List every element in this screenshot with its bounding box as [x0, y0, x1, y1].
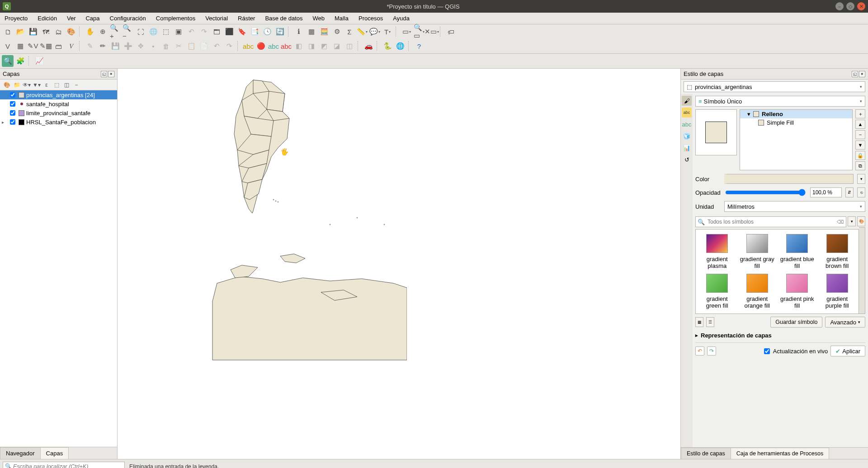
symbology-tab-icon[interactable]: 🖌 [682, 96, 692, 106]
tab-navegador[interactable]: Navegador [0, 447, 41, 459]
clear-search-icon[interactable]: ⌫ [837, 219, 844, 225]
layer-filter-icon[interactable]: ▼▾ [33, 81, 41, 89]
label-highlight-icon[interactable]: abc [268, 40, 279, 52]
tab-capas[interactable]: Capas [40, 447, 69, 459]
layer-add-group-icon[interactable]: 📁 [13, 81, 21, 89]
maximize-button[interactable]: ◇ [846, 2, 854, 10]
select-features-icon[interactable]: ▭ [401, 26, 412, 37]
stats-icon[interactable]: Σ [344, 26, 355, 37]
color-picker[interactable] [724, 174, 854, 184]
layers-panel-dock-button[interactable]: ◱ [101, 71, 107, 77]
style-layer-combo[interactable]: ⬚ provincias_argentinas [684, 81, 865, 92]
fill-tree-simple[interactable]: Simple Fill [740, 118, 852, 127]
zoom-full-icon[interactable]: 🌐 [147, 26, 159, 37]
undo-icon[interactable]: ↶ [211, 40, 222, 52]
pan-to-selection-icon[interactable]: ⊕ [97, 26, 108, 37]
layer-expand-icon[interactable]: ⬚ [52, 81, 61, 89]
history-tab-icon[interactable]: ↺ [682, 154, 692, 164]
annotation-text-icon[interactable]: T [382, 26, 393, 37]
move-feature-icon[interactable]: ✥ [135, 40, 146, 52]
lock-symbol-button[interactable]: 🔒 [855, 151, 865, 160]
diagram-icon[interactable]: 🔴 [255, 40, 267, 52]
python-console-icon[interactable]: 🐍 [382, 40, 393, 52]
move-down-button[interactable]: ▼ [855, 140, 865, 150]
move-up-button[interactable]: ▲ [855, 120, 865, 129]
select-by-value-icon[interactable]: 🔍▭ [413, 26, 425, 37]
edit-pencil-icon[interactable]: ✎ [84, 40, 96, 52]
label-tool-5-icon[interactable]: ◫ [344, 40, 355, 52]
menu-web[interactable]: Web [310, 14, 328, 23]
redo-style-button[interactable]: ↷ [707, 346, 716, 356]
new-geopackage-icon[interactable]: ✎▦ [40, 40, 52, 52]
3d-tab-icon[interactable]: 🧊 [682, 131, 692, 141]
symbol-search-input[interactable] [707, 218, 835, 225]
new-spatialite-icon[interactable]: 🗃 [52, 40, 64, 52]
zoom-layer-icon[interactable]: ▣ [173, 26, 184, 37]
fill-tree-relleno[interactable]: ▾ Relleno [740, 110, 852, 118]
menu-complementos[interactable]: Complementos [153, 14, 198, 23]
add-symbol-layer-button[interactable]: ＋ [855, 109, 865, 118]
zoom-selection-icon[interactable]: ⬚ [160, 26, 172, 37]
style-manager-icon[interactable]: 🎨 [65, 26, 77, 37]
paste-features-icon[interactable]: 📄 [198, 40, 210, 52]
opacity-value[interactable]: 100,0 % [810, 187, 842, 197]
symbol-gradient-pink-fill[interactable]: gradient pink fill [778, 274, 816, 309]
menu-ver[interactable]: Ver [64, 14, 79, 23]
masks-tab-icon[interactable]: abc [682, 119, 692, 129]
symbol-gradient-plasma[interactable]: gradient plasma [698, 234, 736, 269]
symbol-gradient-green-fill[interactable]: gradient green fill [698, 274, 736, 309]
symbol-search[interactable]: 🔍 ⌫ [695, 216, 846, 227]
open-project-icon[interactable]: 📂 [14, 26, 26, 37]
symbol-gradient-brown-fill[interactable]: gradient brown fill [819, 234, 856, 269]
symbol-gradient-orange-fill[interactable]: gradient orange fill [739, 274, 776, 309]
layers-panel-close-button[interactable]: ✕ [108, 71, 114, 77]
zoom-native-icon[interactable]: ⛶ [135, 26, 146, 37]
help-icon[interactable]: ? [413, 40, 425, 52]
add-raster-icon[interactable]: ▦ [14, 40, 26, 52]
opacity-spin[interactable]: ⇵ [845, 187, 854, 197]
new-project-icon[interactable]: 🗋 [2, 26, 14, 37]
cut-features-icon[interactable]: ✂ [173, 40, 184, 52]
plugins-icon[interactable]: 🌐 [394, 40, 406, 52]
measure-icon[interactable]: 📏 [356, 26, 368, 37]
style-panel-dock-button[interactable]: ◱ [852, 71, 858, 77]
menu-ayuda[interactable]: Ayuda [390, 14, 412, 23]
opacity-slider[interactable] [725, 189, 806, 196]
symbol-type-combo[interactable]: ≡ Símbolo Único [695, 96, 865, 107]
toggle-editing-icon[interactable]: ✏ [97, 40, 108, 52]
layer-tree[interactable]: provincias_argentinas [24]santafe_hospit… [0, 90, 117, 447]
gallery-list-view-button[interactable]: ☰ [706, 317, 714, 327]
save-project-icon[interactable]: 💾 [27, 26, 39, 37]
menu-capa[interactable]: Capa [83, 14, 102, 23]
zoom-in-icon[interactable]: 🔍+ [109, 26, 121, 37]
unit-combo[interactable]: Milímetros [724, 201, 865, 212]
deselect-icon[interactable]: ✕▭ [426, 26, 438, 37]
new-layout-icon[interactable]: 🗺 [40, 26, 52, 37]
new-virtual-icon[interactable]: 𝑉 [65, 40, 77, 52]
diagrams-tab-icon[interactable]: 📊 [682, 143, 692, 153]
symbol-gallery[interactable]: gradient plasmagradient gray fillgradien… [695, 229, 859, 314]
georeferencer-icon[interactable]: 🧩 [14, 55, 26, 67]
menu-basedatos[interactable]: Base de datos [262, 14, 305, 23]
node-tool-icon[interactable]: • [147, 40, 159, 52]
menu-edicion[interactable]: Edición [35, 14, 60, 23]
add-vector-icon[interactable]: V [2, 40, 14, 52]
layer-visibility-icon[interactable]: 👁▾ [23, 81, 31, 89]
zoom-last-icon[interactable]: ↶ [185, 26, 197, 37]
new-map-view-icon[interactable]: 🗔 [211, 26, 222, 37]
locator-input[interactable] [3, 462, 125, 468]
pan-icon[interactable]: ✋ [84, 26, 96, 37]
tab-style[interactable]: Estilo de capas [681, 448, 731, 459]
show-bookmarks-icon[interactable]: 📑 [249, 26, 260, 37]
layer-item-2[interactable]: limite_provincial_santafe [0, 108, 117, 117]
symbol-layer-tree[interactable]: ▾ Relleno Simple Fill [740, 109, 853, 170]
live-update-checkbox[interactable]: Actualización en vivo [762, 347, 828, 356]
menu-vectorial[interactable]: Vectorial [203, 14, 231, 23]
gallery-scrollbar[interactable] [859, 227, 865, 314]
layer-collapse-icon[interactable]: ◫ [62, 81, 71, 89]
opacity-data-defined-button[interactable]: ⎋ [857, 187, 865, 197]
profile-tool-icon[interactable]: 📈 [33, 55, 45, 67]
undo-style-button[interactable]: ↶ [695, 346, 704, 356]
delete-selected-icon[interactable]: 🗑 [160, 40, 172, 52]
layer-item-1[interactable]: santafe_hospital [0, 99, 117, 108]
